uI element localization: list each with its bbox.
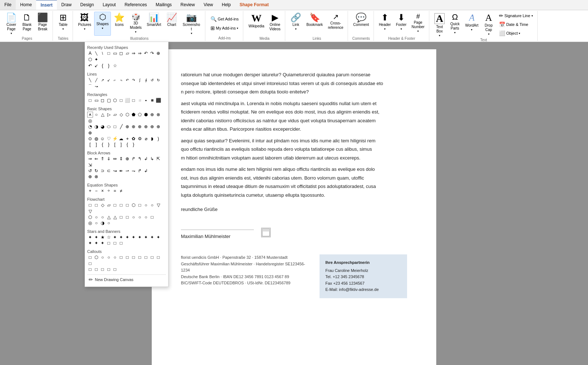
- shape-basic-41[interactable]: {: [100, 142, 105, 147]
- shape-flow-24[interactable]: □: [149, 214, 155, 220]
- shape-callout-17[interactable]: □: [106, 266, 112, 272]
- shape-arrow-8[interactable]: ↱: [131, 156, 136, 162]
- tab-view[interactable]: View: [199, 0, 217, 10]
- shape-callout-8[interactable]: □: [131, 254, 136, 260]
- shape-basic-39[interactable]: [: [87, 142, 93, 147]
- shape-basic-3[interactable]: △: [100, 112, 105, 118]
- wikipedia-button[interactable]: W Wikipedia: [246, 12, 266, 36]
- shape-line-9[interactable]: ∫: [137, 77, 143, 83]
- shape-flow-12[interactable]: ▽: [155, 202, 161, 208]
- shape-rect-1[interactable]: □: [87, 97, 93, 103]
- shape-arrow-22[interactable]: ↱: [137, 168, 143, 174]
- shape-arrow-1[interactable]: ⇒: [87, 156, 93, 162]
- shape-eq-1[interactable]: +: [87, 188, 93, 194]
- shape-basic-1[interactable]: A: [87, 112, 93, 118]
- tab-review[interactable]: Review: [176, 0, 199, 10]
- object-button[interactable]: ⬜ Object ▾: [497, 29, 523, 37]
- shape-callout-6[interactable]: □: [118, 254, 124, 260]
- pictures-dropdown[interactable]: ▾: [84, 27, 85, 31]
- shape-arrow-23[interactable]: ↲: [143, 168, 149, 174]
- shape-flow-20[interactable]: □: [124, 214, 130, 220]
- screenshot-button[interactable]: 📷 Screenshot ▾: [180, 12, 203, 36]
- shape-arrow-20[interactable]: ⇀: [124, 168, 130, 174]
- new-drawing-canvas-button[interactable]: ✏ New Drawing Canvas: [87, 274, 166, 284]
- shape-arrow-16[interactable]: ⊃: [100, 168, 105, 174]
- shape-basic-13[interactable]: ◎: [87, 118, 93, 124]
- tab-insert[interactable]: Insert: [36, 0, 57, 10]
- shape-basic-9[interactable]: ⬠: [137, 112, 143, 118]
- shape-basic-29[interactable]: ☺: [100, 136, 105, 142]
- shape-basic-23[interactable]: ⊕: [143, 124, 149, 130]
- shape-line-12[interactable]: ↻: [155, 77, 161, 83]
- shape-icon-recent-17[interactable]: {: [100, 63, 105, 69]
- shape-flow-6[interactable]: □: [118, 202, 124, 208]
- shape-star-10[interactable]: ✦: [143, 234, 149, 240]
- shape-basic-32[interactable]: ☁: [118, 136, 124, 142]
- shape-rect-4[interactable]: ▢: [106, 97, 112, 103]
- shape-basic-44[interactable]: ]: [118, 142, 124, 147]
- shape-rect-11[interactable]: ◾: [149, 97, 155, 103]
- shape-basic-36[interactable]: ⌀: [143, 136, 149, 142]
- shape-flow-5[interactable]: □: [112, 202, 118, 208]
- shape-arrow-25[interactable]: ⊗: [93, 174, 99, 180]
- shape-star-13[interactable]: ✦: [87, 240, 93, 246]
- shape-arrow-9[interactable]: ↰: [137, 156, 143, 162]
- shape-basic-33[interactable]: ⌖: [124, 136, 130, 142]
- shape-flow-16[interactable]: ○: [100, 214, 105, 220]
- cover-page-button[interactable]: 📄 CoverPage ▾: [4, 12, 19, 36]
- tab-home[interactable]: Home: [16, 0, 36, 10]
- cross-reference-button[interactable]: ↗ Cross-reference: [326, 12, 345, 36]
- shape-flow-14[interactable]: ⬡: [87, 214, 93, 220]
- table-dropdown[interactable]: ▾: [62, 27, 64, 31]
- shape-star-1[interactable]: ✦: [87, 234, 93, 240]
- shape-arrow-2[interactable]: ⇐: [93, 156, 99, 162]
- shape-star-11[interactable]: ✦: [149, 234, 155, 240]
- shape-arrow-18[interactable]: ↝: [112, 168, 118, 174]
- shape-line-5[interactable]: ⌐: [112, 77, 118, 83]
- drop-cap-button[interactable]: A DropCap ▾: [481, 12, 496, 36]
- shape-basic-45[interactable]: {: [124, 142, 130, 147]
- shape-icon-recent-1[interactable]: A: [87, 50, 93, 56]
- shape-rect-2[interactable]: ▭: [93, 97, 99, 103]
- shape-star-2[interactable]: ✦: [93, 234, 99, 240]
- footer-button[interactable]: ⬇ Footer ▾: [394, 12, 409, 36]
- shape-star-8[interactable]: ✦: [131, 234, 136, 240]
- shape-line-1[interactable]: ╲: [87, 77, 93, 83]
- shape-basic-46[interactable]: }: [131, 142, 136, 147]
- blank-page-button[interactable]: 🗋 BlankPage: [20, 12, 34, 36]
- shape-basic-18[interactable]: □: [112, 124, 118, 130]
- shape-line-2[interactable]: ╱: [93, 77, 99, 83]
- shape-icon-recent-8[interactable]: ⇒: [131, 50, 136, 56]
- shape-arrow-6[interactable]: ⇕: [118, 156, 124, 162]
- shape-flow-13[interactable]: ▽: [87, 208, 93, 214]
- shape-star-15[interactable]: ✦: [100, 240, 105, 246]
- shape-callout-10[interactable]: □: [143, 254, 149, 260]
- shape-rect-12[interactable]: ⬛: [155, 97, 161, 103]
- shape-arrow-12[interactable]: ⇱: [155, 156, 161, 162]
- shape-basic-31[interactable]: ⚡: [112, 136, 118, 142]
- shape-basic-8[interactable]: ⬟: [131, 112, 136, 118]
- shape-icon-recent-11[interactable]: ↷: [149, 50, 155, 56]
- shape-flow-26[interactable]: ○: [93, 220, 99, 226]
- 3d-dropdown[interactable]: ▾: [135, 30, 136, 34]
- shape-basic-12[interactable]: ⊗: [155, 112, 161, 118]
- shape-basic-11[interactable]: ⊕: [149, 112, 155, 118]
- shape-arrow-17[interactable]: ⊂: [106, 168, 112, 174]
- tab-layout[interactable]: Layout: [98, 0, 120, 10]
- shape-flow-10[interactable]: ○: [143, 202, 149, 208]
- shape-rect-7[interactable]: ⬜: [124, 97, 130, 103]
- shape-rect-10[interactable]: ▪: [143, 97, 149, 103]
- shape-eq-4[interactable]: ÷: [106, 188, 112, 194]
- shape-basic-37[interactable]: ◗: [149, 136, 155, 142]
- shape-flow-3[interactable]: ◇: [100, 202, 105, 208]
- tab-design[interactable]: Design: [76, 0, 98, 10]
- shape-line-4[interactable]: ↙: [106, 77, 112, 83]
- shape-callout-4[interactable]: ○: [106, 254, 112, 260]
- my-addins-button[interactable]: ⊞ My Add-ins ▾: [208, 24, 241, 32]
- shape-callout-16[interactable]: □: [100, 266, 105, 272]
- shape-arrow-24[interactable]: ⊕: [87, 174, 93, 180]
- shape-arrow-10[interactable]: ↲: [143, 156, 149, 162]
- shape-arrow-13[interactable]: ⇲: [87, 162, 93, 168]
- bookmark-button[interactable]: 🔖 Bookmark: [304, 12, 325, 36]
- link-button[interactable]: 🔗 Link ▾: [288, 12, 303, 36]
